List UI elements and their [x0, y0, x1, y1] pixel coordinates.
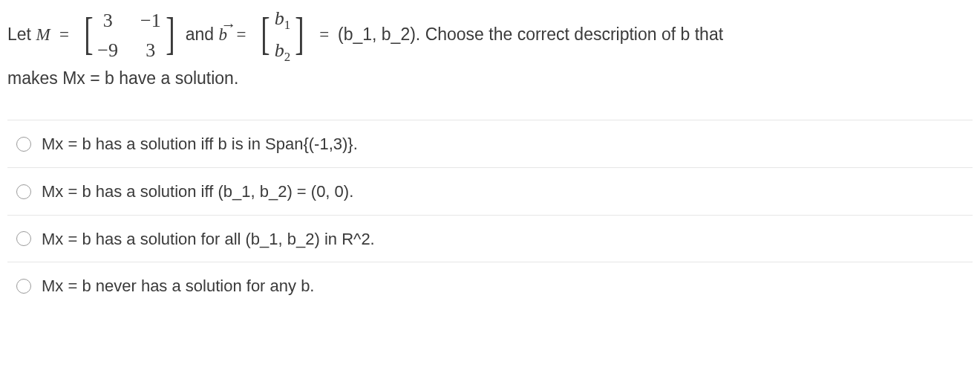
let-text: Let	[7, 25, 36, 44]
matrix-M: [ 3 −1 −9 3 ]	[81, 7, 178, 64]
vector-b: [ b1 b2 ]	[258, 4, 307, 66]
equals-3: =	[319, 25, 333, 44]
equals-1: =	[59, 25, 74, 44]
radio-icon[interactable]	[16, 137, 31, 152]
matrix-symbol-M: M	[36, 25, 50, 44]
bracket-right: ]	[166, 13, 174, 55]
m-cell-11: 3	[97, 7, 118, 35]
question-line2: makes Mx = b have a solution.	[7, 66, 973, 91]
b2-letter: b	[275, 39, 284, 61]
option-text: Mx = b has a solution iff (b_1, b_2) = (…	[42, 180, 353, 204]
options-list: Mx = b has a solution iff b is in Span{(…	[7, 120, 973, 310]
and-text: and	[186, 25, 219, 44]
m-cell-22: 3	[140, 36, 161, 65]
radio-icon[interactable]	[16, 231, 31, 246]
option-text: Mx = b has a solution for all (b_1, b_2)…	[42, 227, 375, 251]
b1-cell: b1	[275, 4, 290, 35]
question-stem: Let M = [ 3 −1 −9 3 ] and → b = [ b1	[7, 4, 973, 91]
vector-b-body: b1 b2	[275, 4, 290, 66]
bracket-left-2: [	[261, 13, 270, 55]
radio-icon[interactable]	[16, 184, 31, 199]
question-tail: (b_1, b_2). Choose the correct descripti…	[338, 25, 723, 44]
option-text: Mx = b has a solution iff b is in Span{(…	[42, 132, 358, 156]
bracket-right-2: ]	[295, 13, 304, 55]
matrix-M-body: 3 −1 −9 3	[97, 7, 160, 64]
option-text: Mx = b never has a solution for any b.	[42, 274, 314, 298]
vector-b-symbol: → b	[218, 22, 227, 47]
m-cell-12: −1	[140, 7, 161, 35]
option-1[interactable]: Mx = b has a solution iff b is in Span{(…	[7, 120, 973, 168]
b2-cell: b2	[275, 36, 290, 67]
equals-2: =	[236, 25, 250, 44]
vector-arrow-icon: →	[221, 13, 237, 36]
option-3[interactable]: Mx = b has a solution for all (b_1, b_2)…	[7, 216, 973, 263]
b2-sub: 2	[284, 50, 290, 64]
m-cell-21: −9	[97, 36, 118, 65]
question-container: Let M = [ 3 −1 −9 3 ] and → b = [ b1	[0, 0, 980, 315]
b1-sub: 1	[284, 18, 290, 32]
bracket-left: [	[84, 13, 93, 55]
b1-letter: b	[275, 7, 284, 29]
radio-icon[interactable]	[16, 279, 31, 294]
option-4[interactable]: Mx = b never has a solution for any b.	[7, 262, 973, 309]
option-2[interactable]: Mx = b has a solution iff (b_1, b_2) = (…	[7, 168, 973, 216]
